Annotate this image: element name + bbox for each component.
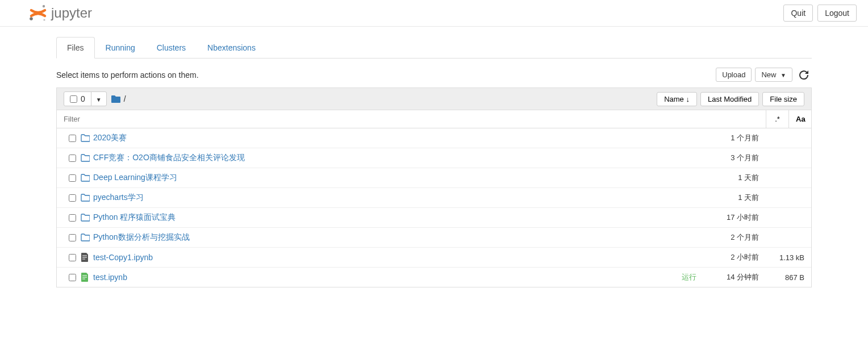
file-modified: 1 个月前 (702, 133, 759, 143)
row-checkbox[interactable] (69, 135, 76, 142)
file-name-link[interactable]: Python 程序猿面试宝典 (93, 212, 702, 223)
file-name-link[interactable]: 2020美赛 (93, 133, 702, 143)
quit-button[interactable]: Quit (783, 5, 813, 22)
logo-text: jupyter (51, 5, 92, 21)
caret-down-icon: ▼ (781, 72, 786, 78)
select-all-checkbox[interactable] (70, 95, 77, 103)
select-all-group: 0 ▼ (64, 91, 107, 106)
row-checkbox[interactable] (69, 274, 76, 281)
file-modified: 2 小时前 (702, 252, 759, 262)
list-item: test-Copy1.ipynb2 小时前1.13 kB (57, 247, 811, 267)
notebook-icon (81, 253, 93, 262)
file-modified: 1 天前 (702, 193, 759, 203)
file-name-link[interactable]: test-Copy1.ipynb (93, 253, 702, 262)
tabs: FilesRunningClustersNbextensions (56, 37, 812, 59)
filter-case-button[interactable]: Aa (788, 110, 811, 128)
refresh-icon (799, 70, 808, 80)
row-checkbox[interactable] (69, 194, 76, 202)
row-checkbox[interactable] (69, 254, 76, 261)
row-checkbox[interactable] (69, 155, 76, 162)
folder-icon (81, 154, 93, 162)
folder-icon (81, 214, 93, 222)
logout-button[interactable]: Logout (817, 5, 857, 22)
file-modified: 2 个月前 (702, 232, 759, 243)
selected-count: 0 (81, 94, 85, 103)
list-item: CFF竞赛：O2O商铺食品安全相关评论发现3 个月前 (57, 148, 811, 168)
file-size: 1.13 kB (759, 253, 804, 262)
filter-row: .* Aa (56, 110, 812, 128)
file-name-link[interactable]: pyecharts学习 (93, 193, 702, 203)
jupyter-logo[interactable]: jupyter (28, 5, 92, 22)
tab-files[interactable]: Files (56, 37, 95, 59)
file-name-link[interactable]: test.ipynb (93, 273, 682, 282)
file-name-link[interactable]: CFF竞赛：O2O商铺食品安全相关评论发现 (93, 153, 702, 163)
folder-icon (81, 194, 93, 202)
tab-nbextensions[interactable]: Nbextensions (197, 37, 266, 59)
file-modified: 3 个月前 (702, 153, 759, 163)
new-button-label: New (761, 70, 776, 79)
row-checkbox[interactable] (69, 174, 76, 182)
toolbar-hint: Select items to perform actions on them. (56, 70, 199, 80)
upload-button[interactable]: Upload (716, 68, 752, 82)
svg-point-2 (43, 19, 45, 20)
breadcrumb[interactable]: / (111, 94, 652, 103)
sort-modified-button[interactable]: Last Modified (700, 92, 759, 106)
list-item: Python 程序猿面试宝典17 小时前 (57, 207, 811, 227)
select-dropdown[interactable]: ▼ (91, 92, 106, 106)
folder-icon (81, 174, 93, 182)
file-modified: 1 天前 (702, 173, 759, 183)
tab-running[interactable]: Running (95, 37, 146, 59)
file-name-link[interactable]: Python数据分析与挖掘实战 (93, 232, 702, 243)
refresh-button[interactable] (796, 68, 812, 82)
breadcrumb-path: / (124, 94, 126, 103)
file-name-link[interactable]: Deep Learning课程学习 (93, 173, 702, 183)
file-modified: 14 分钟前 (702, 272, 759, 282)
svg-point-1 (30, 17, 33, 20)
jupyter-icon (28, 5, 48, 22)
new-button[interactable]: New ▼ (755, 68, 792, 82)
file-size: 867 B (759, 273, 804, 282)
arrow-down-icon: ↓ (686, 95, 690, 103)
sort-name-label: Name (664, 95, 684, 103)
file-modified: 17 小时前 (702, 212, 759, 223)
caret-down-icon: ▼ (96, 97, 102, 103)
filter-regex-button[interactable]: .* (766, 110, 788, 128)
list-item: pyecharts学习1 天前 (57, 187, 811, 207)
row-checkbox[interactable] (69, 214, 76, 222)
file-list: 2020美赛1 个月前CFF竞赛：O2O商铺食品安全相关评论发现3 个月前Dee… (56, 128, 812, 287)
sort-size-button[interactable]: File size (762, 92, 804, 106)
list-item: Python数据分析与挖掘实战2 个月前 (57, 227, 811, 247)
notebook-icon (81, 273, 93, 282)
svg-point-0 (43, 5, 45, 7)
list-item: Deep Learning课程学习1 天前 (57, 168, 811, 187)
sort-name-button[interactable]: Name ↓ (657, 92, 697, 106)
status-badge: 运行 (682, 272, 696, 282)
row-checkbox[interactable] (69, 234, 76, 241)
folder-icon (111, 95, 120, 103)
folder-icon (81, 134, 93, 142)
tab-clusters[interactable]: Clusters (146, 37, 197, 59)
filter-input[interactable] (57, 110, 766, 128)
list-item: test.ipynb运行14 分钟前867 B (57, 267, 811, 287)
header: jupyter Quit Logout (0, 0, 868, 27)
list-header: 0 ▼ / Name ↓ Last Modified File size (56, 87, 812, 110)
list-item: 2020美赛1 个月前 (57, 128, 811, 148)
folder-icon (81, 233, 93, 241)
